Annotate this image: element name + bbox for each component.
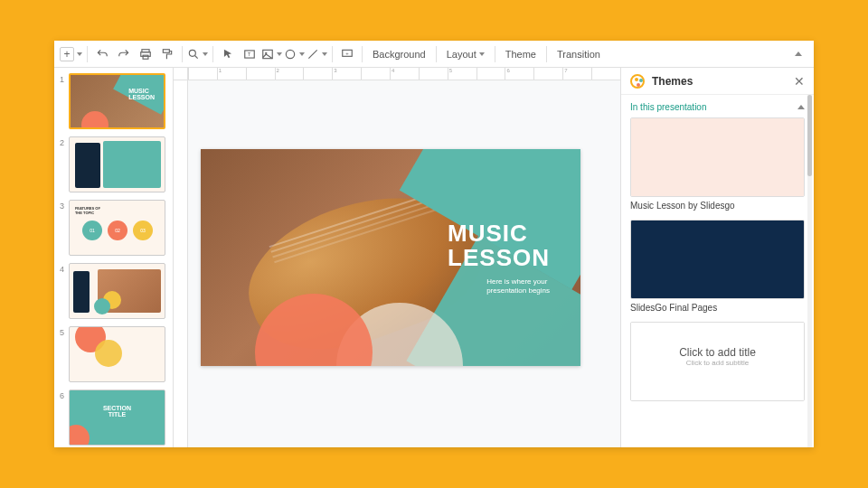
placeholder-title: Click to add title (631, 323, 804, 359)
svg-line-5 (195, 55, 198, 58)
ruler-vertical (174, 80, 188, 447)
sub-line2: presentation begins (486, 286, 550, 295)
title-line2: LESSON (448, 244, 550, 271)
print-button[interactable] (136, 44, 156, 64)
thumb-title: SECTIONTITLE (70, 405, 165, 418)
canvas[interactable]: 1234567 MUSIC LESSON Here is where your … (174, 68, 620, 447)
thumb-title: MUSICLESSON (128, 88, 155, 100)
select-tool[interactable] (218, 44, 238, 64)
undo-icon (96, 48, 108, 61)
theme-card-2[interactable] (630, 220, 805, 299)
redo-button[interactable] (114, 44, 134, 64)
shape-tool[interactable] (284, 44, 305, 64)
new-slide-button[interactable]: + (60, 44, 82, 64)
redo-icon (118, 48, 130, 61)
panel-title: Themes (652, 75, 794, 88)
panel-header: Themes ✕ (621, 68, 814, 95)
chevron-down-icon (203, 52, 208, 56)
badge: 01 (82, 221, 102, 240)
slide-subtitle[interactable]: Here is where your presentation begins (486, 277, 550, 296)
undo-button[interactable] (92, 44, 112, 64)
collapse-toolbar-button[interactable] (788, 44, 808, 64)
close-panel-button[interactable]: ✕ (794, 74, 805, 89)
sub-line1: Here is where your (486, 277, 547, 286)
image-tool[interactable] (261, 44, 282, 64)
textbox-icon: T (243, 48, 256, 61)
print-icon (139, 48, 152, 61)
scrollbar-thumb[interactable] (807, 95, 812, 176)
title-line1: MUSIC (448, 220, 528, 247)
comment-button[interactable]: + (337, 44, 357, 64)
theme-name: SlidesGo Final Pages (630, 303, 805, 313)
thumb-slide-6[interactable]: SECTIONTITLE (69, 389, 165, 446)
thumb-slide-5[interactable] (69, 326, 165, 382)
svg-line-11 (308, 50, 316, 58)
current-slide[interactable]: MUSIC LESSON Here is where your presenta… (201, 149, 580, 366)
thumb-slide-3[interactable]: FEATURES OFTHE TOPIC 01 02 03 (69, 200, 165, 256)
thumb-heading: FEATURES OFTHE TOPIC (75, 206, 100, 215)
chevron-down-icon (299, 52, 305, 56)
palette-icon (630, 74, 645, 89)
line-tool[interactable] (307, 44, 327, 64)
thumb-number: 2 (60, 136, 69, 192)
separator (436, 46, 437, 62)
chevron-down-icon (322, 52, 327, 56)
chevron-down-icon (479, 52, 485, 56)
panel-body: In this presentation Music Lesson by Sli… (621, 95, 814, 447)
svg-text:+: + (345, 50, 349, 55)
separator (182, 46, 183, 62)
slide-thumbnails: 1 MUSICLESSON 2 3 FEATURES OFTHE TOPIC 0… (54, 68, 174, 447)
chevron-up-icon (795, 52, 802, 56)
badge: 03 (133, 221, 153, 240)
separator (332, 46, 333, 62)
zoom-icon (187, 48, 200, 61)
theme-preview: Click to add title Click to add subtitle (631, 323, 804, 400)
ruler-horizontal: 1234567 (188, 68, 620, 80)
separator (362, 46, 363, 62)
svg-point-10 (286, 50, 294, 58)
thumb-number: 4 (60, 263, 69, 319)
chevron-down-icon (77, 52, 82, 56)
paint-roller-icon (161, 48, 174, 61)
panel-section-header[interactable]: In this presentation (630, 102, 805, 112)
chevron-up-icon (797, 105, 805, 109)
svg-rect-3 (163, 49, 169, 52)
theme-card-1[interactable] (630, 117, 805, 197)
theme-preview (631, 118, 804, 196)
transition-menu[interactable]: Transition (552, 44, 606, 64)
workspace: 1 MUSICLESSON 2 3 FEATURES OFTHE TOPIC 0… (54, 68, 814, 447)
svg-point-4 (189, 50, 195, 56)
textbox-tool[interactable]: T (240, 44, 259, 64)
cursor-icon (222, 48, 234, 61)
background-menu[interactable]: Background (367, 44, 431, 64)
line-icon (307, 48, 319, 61)
thumb-number: 1 (60, 73, 69, 129)
thumb-slide-1[interactable]: MUSICLESSON (69, 73, 165, 129)
shape-icon (284, 48, 297, 61)
theme-menu[interactable]: Theme (500, 44, 542, 64)
theme-preview (631, 221, 804, 298)
separator (495, 46, 495, 62)
chevron-down-icon (277, 52, 282, 56)
separator (212, 46, 213, 62)
theme-name: Music Lesson by Slidesgo (630, 201, 805, 211)
paint-format-button[interactable] (157, 44, 177, 64)
comment-icon: + (341, 48, 354, 61)
plus-icon: + (60, 47, 74, 61)
placeholder-sub: Click to add subtitle (631, 359, 804, 367)
thumb-slide-4[interactable] (69, 263, 165, 319)
ruler-corner (174, 68, 188, 80)
zoom-button[interactable] (187, 44, 208, 64)
thumb-number: 3 (60, 200, 69, 256)
separator (546, 46, 547, 62)
layout-label: Layout (447, 49, 476, 60)
thumb-number: 5 (60, 326, 69, 382)
thumb-slide-2[interactable] (69, 136, 165, 192)
theme-card-blank[interactable]: Click to add title Click to add subtitle (630, 322, 805, 401)
toolbar: + T (54, 41, 814, 68)
slide-title[interactable]: MUSIC LESSON (448, 221, 550, 271)
separator (87, 46, 88, 62)
themes-panel: Themes ✕ In this presentation Music Less… (620, 68, 814, 447)
badge: 02 (108, 221, 127, 240)
layout-menu[interactable]: Layout (441, 44, 490, 64)
